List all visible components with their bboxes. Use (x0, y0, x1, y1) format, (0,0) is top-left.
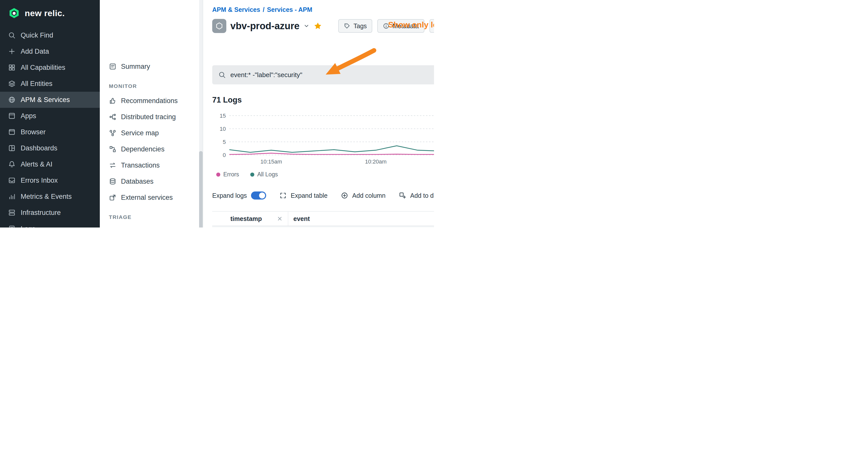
subnav-item-distributed-tracing[interactable]: Distributed tracing (104, 109, 198, 125)
expand-logs-label: Expand logs (212, 192, 247, 199)
search-icon (8, 32, 16, 39)
tags-button[interactable]: Tags (338, 19, 372, 33)
sidebar-item-browser[interactable]: Browser (0, 124, 100, 140)
add-to-dashboard-button[interactable]: Add to dashboard (399, 192, 434, 199)
thumbs-up-icon (109, 97, 117, 104)
tag-icon (344, 23, 350, 29)
table-row[interactable]: JUQVU&code=eyJraWQiOiJjcGltY29yZV8wOTl1M… (212, 226, 434, 228)
remove-column-icon[interactable] (277, 216, 283, 222)
breadcrumb-services-apm[interactable]: Services - APM (267, 6, 312, 13)
toggle-switch[interactable] (251, 192, 266, 199)
logs-icon (8, 225, 16, 228)
column-header-timestamp[interactable]: timestamp (225, 212, 288, 226)
logs-table-body: JUQVU&code=eyJraWQiOiJjcGltY29yZV8wOTl1M… (212, 226, 434, 228)
scrollbar-thumb[interactable] (199, 151, 203, 228)
global-sidebar: new relic. Quick FindAdd DataAll Capabil… (0, 0, 100, 228)
svg-text:5: 5 (223, 139, 226, 145)
external-icon (109, 194, 117, 201)
sidebar-item-apps[interactable]: Apps (0, 108, 100, 124)
infra-icon (8, 209, 16, 217)
sidebar-item-dashboards[interactable]: Dashboards (0, 140, 100, 156)
logs-chart[interactable]: 05101510:15am10:20am10:25am10:30am10:35a… (212, 110, 434, 167)
legend-errors[interactable]: Errors (216, 171, 239, 178)
subnav-list: SummaryMONITORRecommendationsDistributed… (100, 59, 203, 228)
sidebar-nav: Quick FindAdd DataAll CapabilitiesAll En… (0, 27, 100, 228)
sidebar-item-infrastructure[interactable]: Infrastructure (0, 204, 100, 221)
column-header-event[interactable]: event (288, 212, 434, 226)
sidebar-item-all-entities[interactable]: All Entities (0, 75, 100, 92)
logs-toolbar: Expand logs Expand table Add column Add … (212, 188, 434, 203)
query-text: event:* -"label":"security" (230, 71, 302, 79)
add-to-dashboard-icon (399, 192, 406, 199)
sidebar-item-metrics-events[interactable]: Metrics & Events (0, 189, 100, 204)
alert-icon (8, 161, 16, 168)
subnav-item-transactions[interactable]: Transactions (104, 157, 198, 173)
logs-table: timestampeventlabelrequest_client_ip JUQ… (212, 211, 434, 228)
subnav-scrollbar[interactable] (199, 0, 203, 228)
search-icon (218, 71, 226, 78)
globe-icon (8, 96, 16, 103)
main-content: APM & Services/Services - APM vbv-prod-a… (203, 0, 434, 228)
new-relic-logo[interactable]: new relic. (0, 0, 100, 27)
subnav-item-errors-errors-inb[interactable]: Errors (errors inb...New (104, 224, 198, 228)
expand-table-button[interactable]: Expand table (279, 192, 328, 199)
sidebar-item-add-data[interactable]: Add Data (0, 43, 100, 60)
logs-search-row: event:* -"label":"security" Query logs N… (212, 65, 434, 85)
favorite-star-icon[interactable] (313, 22, 322, 30)
sidebar-item-apm-services[interactable]: APM & Services (0, 92, 100, 108)
svg-text:10: 10 (220, 126, 226, 132)
breadcrumb: APM & Services/Services - APM (203, 0, 434, 13)
subnav-section-triage: TRIAGE (109, 214, 193, 220)
subnav-item-recommendations[interactable]: Recommendations (104, 93, 198, 109)
browser-icon (8, 128, 16, 136)
subnav-item-databases[interactable]: Databases (104, 173, 198, 190)
svg-text:10:15am: 10:15am (260, 159, 282, 165)
legend-dot (250, 172, 254, 176)
breadcrumb-separator: / (262, 6, 265, 13)
subnav-item-summary[interactable]: Summary (104, 59, 198, 74)
subnav-item-external-services[interactable]: External services (104, 190, 198, 205)
plus-icon (8, 47, 16, 55)
logo-text: new relic. (25, 8, 65, 18)
table-header: timestampeventlabelrequest_client_ip (212, 211, 434, 226)
entity-dropdown-icon[interactable] (304, 23, 310, 29)
svg-text:0: 0 (223, 152, 226, 158)
subnav-item-dependencies[interactable]: Dependencies (104, 141, 198, 157)
breadcrumb-apm-services[interactable]: APM & Services (212, 6, 260, 13)
summary-icon (109, 63, 117, 70)
legend-dot (216, 172, 220, 176)
legend-all-logs[interactable]: All Logs (250, 171, 278, 178)
sidebar-item-logs[interactable]: Logs (0, 221, 100, 228)
sidebar-item-errors-inbox[interactable]: Errors Inbox (0, 172, 100, 189)
tracing-icon (109, 113, 117, 121)
databases-icon (109, 177, 117, 185)
hexagon-icon (215, 22, 223, 30)
dependencies-icon (109, 145, 117, 153)
toggle-knob (259, 193, 265, 198)
subnav-item-service-map[interactable]: Service map (104, 125, 198, 141)
entity-hexagon-icon (212, 19, 226, 33)
add-column-button[interactable]: Add column (341, 192, 385, 199)
subnav-section-monitor: MONITOR (109, 83, 193, 89)
cell-event: JUQVU&code=eyJraWQiOiJjcGltY29yZV8wOTl1M… (288, 226, 434, 228)
expand-logs-toggle[interactable]: Expand logs (212, 192, 266, 199)
logs-query-input[interactable]: event:* -"label":"security" (212, 65, 434, 85)
grid-icon (8, 64, 16, 71)
cell-timestamp (225, 226, 288, 228)
stack-icon (8, 80, 16, 88)
sidebar-item-quick-find[interactable]: Quick Find (0, 27, 100, 43)
annotation-text: Show only logs with an event "event:*" a… (388, 20, 434, 30)
logs-chart-svg: 05101510:15am10:20am10:25am10:30am10:35a… (212, 110, 434, 167)
svg-text:10:20am: 10:20am (365, 159, 386, 165)
transactions-icon (109, 162, 117, 169)
entity-subnav: SummaryMONITORRecommendationsDistributed… (100, 0, 203, 228)
expand-table-icon (279, 192, 287, 199)
logs-head: 71 Logs (212, 96, 434, 104)
sidebar-item-alerts-ai[interactable]: Alerts & AI (0, 156, 100, 172)
entity-name[interactable]: vbv-prod-azure (230, 21, 300, 32)
svg-text:15: 15 (220, 112, 226, 119)
add-column-icon (341, 192, 348, 199)
sidebar-item-all-capabilities[interactable]: All Capabilities (0, 60, 100, 75)
chart-legend: ErrorsAll Logs (216, 171, 434, 178)
new-relic-app: Show only logs with an event "event:*" a… (0, 0, 434, 228)
